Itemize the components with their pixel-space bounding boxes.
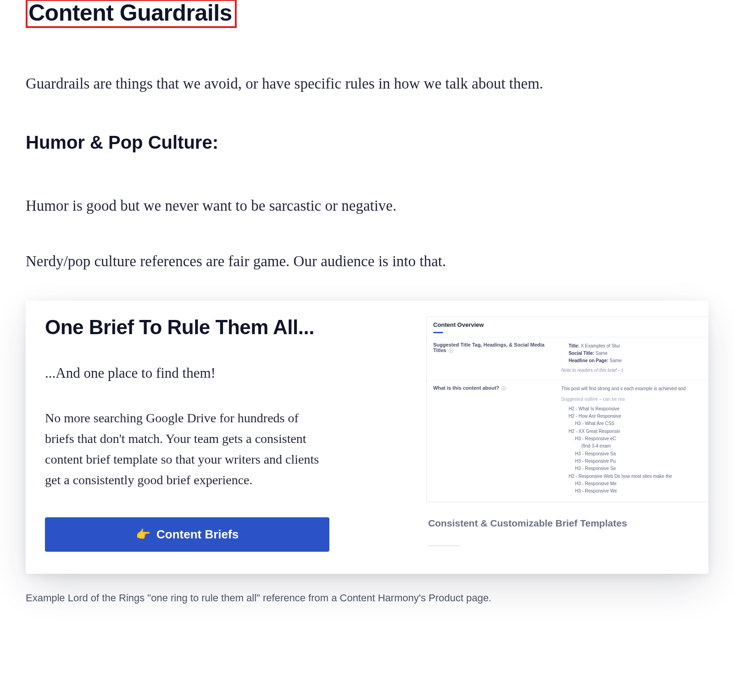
list-item: H3 - Responsive Se [575, 465, 708, 472]
section2-suggest: Suggested outline – can be rea [561, 396, 708, 403]
pointing-right-icon: 👉 [136, 527, 150, 541]
panel-section-about: What is this content about? i This post … [427, 381, 708, 502]
section1-label: Suggested Title Tag, Headings, & Social … [433, 342, 555, 374]
panel-divider [428, 545, 460, 546]
panel-header: Content Overview [427, 317, 708, 337]
list-item: Headline on Page: Same [568, 357, 708, 364]
list-item: H2 - How Are Responsive H3 - What Are CS… [568, 413, 708, 427]
section1-body: Title: X Examples of Stur Social Title: … [561, 342, 708, 374]
list-item: H2 - XX Great Responsiv H3 - Responsive … [568, 428, 708, 472]
panel-tab-indicator [433, 332, 443, 333]
list-item: H2 - What Is Responsive [568, 405, 708, 412]
info-icon: i [449, 348, 453, 353]
list-item: H3 - Responsive We [575, 487, 708, 494]
list-item: H3 - Responsive Sa [575, 450, 708, 457]
example-card-right: Content Overview Suggested Title Tag, He… [426, 316, 689, 552]
content-briefs-button[interactable]: 👉 Content Briefs [45, 517, 329, 552]
cta-label: Content Briefs [156, 527, 239, 541]
content-overview-panel: Content Overview Suggested Title Tag, He… [426, 316, 708, 502]
outline-list: H2 - What Is Responsive H2 - How Are Res… [561, 405, 708, 495]
section2-body: This post will find strong and s each ex… [561, 385, 708, 495]
list-item: H2 - Responsive Web De how most sites ma… [568, 473, 708, 495]
list-item: Social Title: Same [568, 350, 708, 357]
list-item: H3 - What Are CSS [575, 420, 708, 427]
list-item: Title: X Examples of Stur [568, 342, 708, 349]
intro-paragraph: Guardrails are things that we avoid, or … [26, 72, 708, 95]
list-item: H3 - Responsive eC (find 3-4 exam [575, 435, 708, 450]
subsection-heading: Humor & Pop Culture: [26, 132, 708, 153]
card-title: One Brief To Rule Them All... [45, 316, 408, 338]
list-item: H3 - Responsive Me [575, 480, 708, 487]
example-card: One Brief To Rule Them All... ...And one… [26, 301, 708, 574]
info-icon: i [501, 386, 506, 391]
section1-note: Note to readers of this brief – t [561, 367, 708, 374]
panel-header-text: Content Overview [433, 321, 484, 328]
section2-lead: This post will find strong and s each ex… [561, 385, 708, 392]
section2-label: What is this content about? i [433, 385, 555, 495]
humor-paragraph-1: Humor is good but we never want to be sa… [26, 194, 708, 218]
panel-caption: Consistent & Customizable Brief Template… [426, 518, 689, 529]
card-body-text: No more searching Google Drive for hundr… [45, 408, 329, 490]
example-card-left: One Brief To Rule Them All... ...And one… [45, 316, 408, 552]
list-item: (find 3-4 exam [581, 442, 708, 449]
figure-caption: Example Lord of the Rings "one ring to r… [26, 592, 708, 604]
card-subtitle: ...And one place to find them! [45, 365, 408, 381]
humor-paragraph-2: Nerdy/pop culture references are fair ga… [26, 250, 708, 273]
panel-section-titles: Suggested Title Tag, Headings, & Social … [427, 337, 708, 381]
section-heading: Content Guardrails [26, 0, 237, 28]
list-item: H3 - Responsive Pu [575, 458, 708, 465]
